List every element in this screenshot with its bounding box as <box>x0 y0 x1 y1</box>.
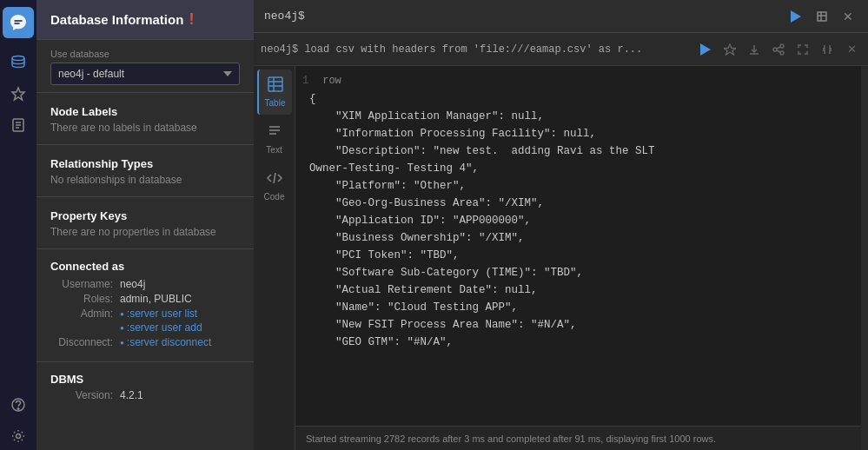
server-disconnect-link[interactable]: :server disconnect <box>120 336 211 348</box>
svg-marker-12 <box>724 44 736 55</box>
database-select[interactable]: neo4j - default <box>50 63 240 85</box>
query-text: neo4j$ load csv with headers from 'file:… <box>261 43 691 56</box>
username-value: neo4j <box>120 278 145 290</box>
run-button-top[interactable] <box>786 7 805 26</box>
property-keys-heading: Property Keys <box>36 201 254 224</box>
status-text: Started streaming 2782 records after 3 m… <box>306 433 716 444</box>
svg-rect-16 <box>268 77 282 91</box>
settings-nav-icon[interactable] <box>4 422 32 450</box>
table-tab-label: Table <box>265 98 286 108</box>
node-labels-text: There are no labels in database <box>36 120 254 141</box>
view-tabs: Table Text Code <box>254 66 295 450</box>
panel-accent: ! <box>189 10 194 29</box>
username-label: Username: <box>50 278 113 290</box>
db-info-panel: Database Information ! Use database neo4… <box>36 0 254 450</box>
roles-value: admin, PUBLIC <box>120 293 192 305</box>
username-row: Username: neo4j <box>50 278 240 290</box>
content-area: Table Text Code <box>254 66 868 450</box>
code-tab-label: Code <box>264 192 285 202</box>
svg-point-15 <box>780 51 784 55</box>
connected-as-heading: Connected as <box>50 260 240 273</box>
app-logo <box>3 7 34 38</box>
relationship-types-text: No relationships in database <box>36 172 254 193</box>
favorite-button[interactable] <box>720 40 739 59</box>
collapse-button[interactable] <box>818 40 837 59</box>
svg-point-7 <box>17 408 19 410</box>
divider-3 <box>36 196 254 197</box>
table-tab-icon <box>268 76 283 96</box>
close-button-top[interactable]: ✕ <box>838 7 858 26</box>
tab-table[interactable]: Table <box>257 69 292 115</box>
right-panel: neo4j$ ✕ neo4j$ load csv with headers fr… <box>254 0 868 450</box>
tab-text[interactable]: Text <box>257 116 292 162</box>
db-panel-header: Database Information ! <box>36 0 254 40</box>
run-button-query[interactable] <box>696 40 715 59</box>
status-bar: Started streaming 2782 records after 3 m… <box>295 426 861 450</box>
question-nav-icon[interactable] <box>4 391 32 419</box>
roles-label: Roles: <box>50 293 113 305</box>
roles-row: Roles: admin, PUBLIC <box>50 293 240 305</box>
close-button-query[interactable]: ✕ <box>842 40 861 59</box>
text-tab-icon <box>267 123 282 142</box>
main-content: 1 row { "XIM Application Manager": null,… <box>295 66 861 450</box>
query-bar: neo4j$ load csv with headers from 'file:… <box>254 33 868 66</box>
divider-1 <box>36 92 254 93</box>
code-tab-icon <box>267 170 282 189</box>
version-value: 4.2.1 <box>120 389 143 401</box>
database-nav-icon[interactable] <box>4 49 32 76</box>
connected-as-section: Connected as Username: neo4j Roles: admi… <box>36 253 254 358</box>
admin-label: Admin: <box>50 308 113 320</box>
row-label: row <box>315 69 348 87</box>
property-keys-text: There are no properties in database <box>36 224 254 245</box>
admin-links: :server user list :server user add <box>120 308 202 334</box>
terminal-prompt: neo4j$ <box>264 10 779 23</box>
star-nav-icon[interactable] <box>4 80 32 108</box>
node-labels-heading: Node Labels <box>36 96 254 120</box>
panel-title: Database Information <box>50 12 183 27</box>
share-button[interactable] <box>769 40 788 59</box>
document-nav-icon[interactable] <box>4 111 32 139</box>
line-number: 1 <box>295 69 315 87</box>
disconnect-row: Disconnect: :server disconnect <box>50 336 240 348</box>
use-database-section: Use database neo4j - default <box>36 40 254 89</box>
svg-marker-1 <box>12 88 24 100</box>
svg-point-8 <box>17 434 21 439</box>
scrollbar-track[interactable] <box>861 66 868 450</box>
disconnect-label: Disconnect: <box>50 336 113 348</box>
use-database-label: Use database <box>50 49 240 59</box>
json-content: { "XIM Application Manager": null, "Info… <box>295 87 861 426</box>
divider-5 <box>36 361 254 362</box>
divider-4 <box>36 248 254 249</box>
svg-marker-11 <box>700 43 711 56</box>
download-button[interactable] <box>745 40 764 59</box>
server-user-list-link[interactable]: :server user list <box>120 308 202 320</box>
svg-rect-10 <box>818 12 826 21</box>
svg-point-13 <box>780 44 784 48</box>
dbms-heading: DBMS <box>50 373 240 386</box>
version-row: Version: 4.2.1 <box>50 389 240 401</box>
svg-point-0 <box>12 56 24 61</box>
svg-point-14 <box>773 48 777 51</box>
icon-sidebar <box>0 0 36 450</box>
server-user-add-link[interactable]: :server user add <box>120 321 202 334</box>
expand-button[interactable] <box>793 40 812 59</box>
version-label: Version: <box>50 389 113 401</box>
divider-2 <box>36 144 254 145</box>
text-tab-label: Text <box>266 145 282 155</box>
tab-code[interactable]: Code <box>257 163 292 208</box>
maximize-button-top[interactable] <box>812 7 832 26</box>
terminal-top-bar: neo4j$ ✕ <box>254 0 868 33</box>
relationship-types-heading: Relationship Types <box>36 149 254 172</box>
dbms-section: DBMS Version: 4.2.1 <box>36 366 254 407</box>
admin-row: Admin: :server user list :server user ad… <box>50 308 240 334</box>
svg-marker-9 <box>791 10 801 23</box>
